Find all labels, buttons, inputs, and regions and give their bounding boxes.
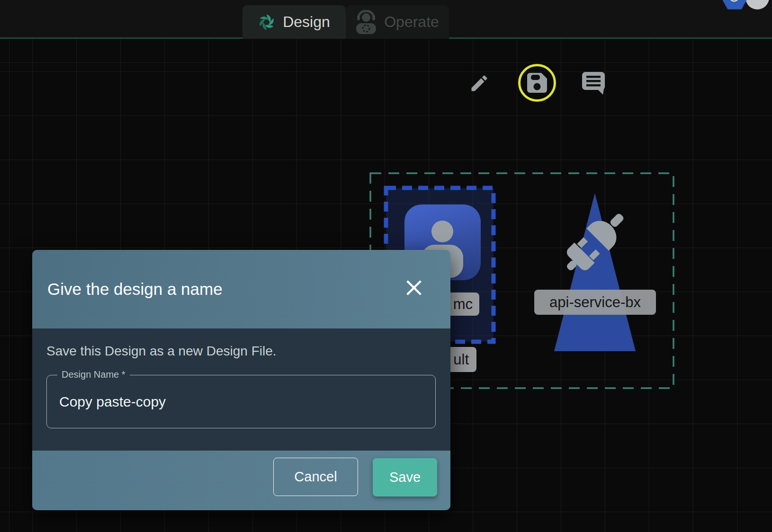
dialog-title: Give the design a name <box>32 280 223 299</box>
close-button[interactable] <box>403 277 425 300</box>
tab-operate[interactable]: Operate <box>346 5 449 39</box>
tab-operate-label: Operate <box>384 13 439 31</box>
save-floppy-icon <box>527 73 547 93</box>
close-icon <box>404 277 424 298</box>
design-name-field: Design Name * <box>46 375 436 428</box>
dialog-header: Give the design a name <box>32 250 450 328</box>
kubernetes-wheel-icon <box>729 0 739 2</box>
kubernetes-context-badge[interactable] <box>721 0 748 10</box>
save-design-button[interactable] <box>518 64 556 102</box>
cancel-button[interactable]: Cancel <box>273 458 358 496</box>
dialog-description: Save this Design as a new Design File. <box>46 344 277 359</box>
edit-pencil-icon <box>469 73 490 94</box>
design-name-label: Design Name * <box>57 369 130 380</box>
tab-design-label: Design <box>283 13 330 31</box>
dialog-footer: Cancel Save <box>32 451 450 510</box>
save-button[interactable]: Save <box>373 458 437 497</box>
api-service-label: api-service-bx <box>534 290 656 315</box>
design-name-input[interactable] <box>47 375 435 428</box>
avatar[interactable] <box>745 0 769 9</box>
dialog-body: Save this Design as a new Design File. D… <box>32 328 450 451</box>
edit-design-button[interactable] <box>468 73 490 95</box>
meshery-logo-icon <box>258 14 275 31</box>
comment-icon <box>582 72 606 95</box>
comment-button[interactable] <box>582 72 606 95</box>
tab-design[interactable]: Design <box>242 5 346 39</box>
operate-bot-icon <box>356 10 377 35</box>
mode-switch-bar: Design Operate <box>0 0 772 39</box>
save-design-dialog: Give the design a name Save this Design … <box>32 250 450 510</box>
